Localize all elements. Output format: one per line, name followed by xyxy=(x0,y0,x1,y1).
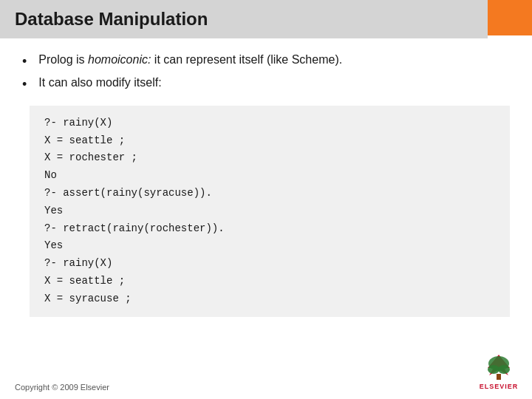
slide: Database Manipulation Prolog is homoicon… xyxy=(0,0,532,399)
code-line-6: Yes xyxy=(44,202,495,220)
code-line-3: X = rochester ; xyxy=(44,149,495,167)
footer: Copyright © 2009 Elsevier xyxy=(15,383,109,392)
title-bar: Database Manipulation xyxy=(0,0,488,38)
italic-text: homoiconic: xyxy=(88,53,151,66)
svg-rect-5 xyxy=(497,374,501,380)
code-line-10: X = seattle ; xyxy=(44,273,495,290)
bullet-text-2: It can also modify itself: xyxy=(38,76,161,89)
bullet-item-1: Prolog is homoiconic: it can represent i… xyxy=(22,53,510,70)
copyright-text: Copyright © 2009 Elsevier xyxy=(15,383,109,392)
code-line-2: X = seattle ; xyxy=(44,132,495,150)
code-line-1: ?- rainy(X) xyxy=(44,115,495,132)
svg-point-3 xyxy=(488,365,499,374)
code-line-11: X = syracuse ; xyxy=(44,290,495,308)
elsevier-label: ELSEVIER xyxy=(480,383,519,390)
bullet-text-1: Prolog is homoiconic: it can represent i… xyxy=(38,53,342,66)
code-line-8: Yes xyxy=(44,237,495,255)
svg-point-4 xyxy=(498,365,510,374)
content-area: Prolog is homoiconic: it can represent i… xyxy=(0,38,532,324)
slide-title: Database Manipulation xyxy=(15,9,473,30)
elsevier-logo: ELSEVIER xyxy=(473,351,525,392)
code-line-5: ?- assert(rainy(syracuse)). xyxy=(44,185,495,202)
code-block: ?- rainy(X) X = seattle ; X = rochester … xyxy=(30,106,510,317)
bullet-list: Prolog is homoiconic: it can represent i… xyxy=(22,53,510,94)
elsevier-tree-icon xyxy=(480,353,517,381)
accent-block xyxy=(488,0,532,35)
code-line-9: ?- rainy(X) xyxy=(44,255,495,273)
code-line-4: No xyxy=(44,167,495,185)
bullet-item-2: It can also modify itself: xyxy=(22,76,510,93)
code-line-7: ?- retract(rainy(rochester)). xyxy=(44,220,495,238)
